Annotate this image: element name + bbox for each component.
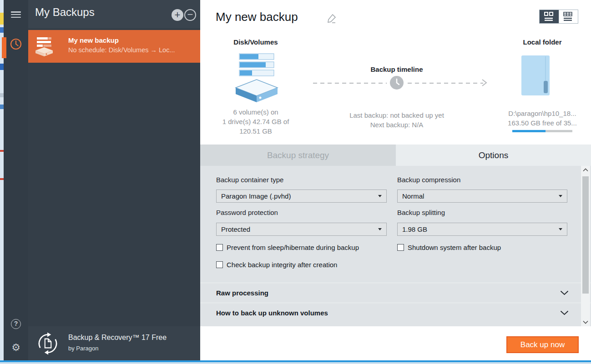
destination-caption-line: D:\paragon\hp10_18... <box>492 109 591 118</box>
tab-bar: Backup strategy Options <box>200 145 591 166</box>
add-backup-button[interactable]: + <box>172 9 183 21</box>
disk-volumes-icon <box>34 35 54 57</box>
main-panel: My new backup <box>200 0 591 360</box>
timeline-caption-line: Next backup: N/A <box>328 120 465 130</box>
timeline-arrow-icon <box>481 79 488 87</box>
desktop-edge-chip <box>0 93 4 97</box>
desktop-edge-chip <box>0 27 4 33</box>
nav-rail: ? ⚙ <box>4 0 28 360</box>
field-label-password: Password protection <box>216 209 278 216</box>
checkbox-icon <box>397 244 404 251</box>
scrollbar[interactable] <box>581 166 590 326</box>
dropdown-arrow-icon <box>378 228 382 230</box>
disk-volumes-big-icon <box>233 53 280 105</box>
splitting-value: 1.98 GB <box>402 225 427 233</box>
desktop-edge-chip <box>0 13 4 25</box>
backup-now-button[interactable]: Back up now <box>506 336 579 353</box>
tile-view-icon <box>543 11 555 22</box>
timeline-caption-line: Last backup: not backed up yet <box>328 110 465 120</box>
scrollbar-thumb[interactable] <box>582 176 589 294</box>
chevron-down-icon[interactable] <box>560 310 569 315</box>
desktop-edge-chip <box>0 105 4 109</box>
action-footer: Back up now <box>200 326 591 360</box>
backup-jobs-icon[interactable] <box>4 36 28 52</box>
chevron-down-icon[interactable] <box>560 290 569 295</box>
source-label: Disk/Volumes <box>210 38 301 46</box>
desktop-edge-chip <box>0 178 4 180</box>
table-view-icon <box>562 11 574 22</box>
tab-options[interactable]: Options <box>396 145 591 166</box>
clock-icon <box>10 38 22 50</box>
destination-caption-line: 163.50 GB free of 35... <box>492 118 591 128</box>
sidebar-header: My Backups + − <box>28 0 200 28</box>
scroll-up-icon[interactable] <box>583 168 588 172</box>
app-window: ? ⚙ My Backups + − My new backup <box>0 0 591 364</box>
backup-item-title: My new backup <box>68 36 119 44</box>
container-type-select[interactable]: Paragon Image (.pvhd) <box>216 189 387 203</box>
settings-button[interactable]: ⚙ <box>4 341 28 354</box>
backups-sidebar: My Backups + − My new backup No schedule… <box>28 0 200 360</box>
checkbox-prevent-sleep[interactable]: Prevent from sleep/hibernate during back… <box>216 243 359 251</box>
table-view-button[interactable] <box>559 10 578 23</box>
desktop-edge-chip <box>0 150 4 152</box>
hamburger-icon <box>11 11 21 18</box>
dropdown-arrow-icon <box>559 195 562 197</box>
dropdown-arrow-icon <box>378 195 382 197</box>
view-toggle <box>539 10 578 24</box>
gear-icon: ⚙ <box>11 342 20 354</box>
section-raw-processing[interactable]: Raw processing <box>200 283 591 303</box>
container-type-value: Paragon Image (.pvhd) <box>221 192 291 200</box>
tile-view-button[interactable] <box>540 10 559 23</box>
field-label-container-type: Backup container type <box>216 176 283 184</box>
local-folder-icon <box>521 55 551 97</box>
edit-title-icon[interactable] <box>327 13 337 23</box>
field-label-splitting: Backup splitting <box>397 209 445 216</box>
password-protection-value: Protected <box>221 225 250 233</box>
help-button[interactable]: ? <box>4 318 28 330</box>
checkbox-check-integrity[interactable]: Check backup integrity after creation <box>216 260 337 269</box>
password-protection-select[interactable]: Protected <box>216 223 387 236</box>
scroll-down-icon[interactable] <box>583 320 588 324</box>
product-byline: by Paragon <box>68 345 99 352</box>
section-label: Raw processing <box>216 289 268 297</box>
timeline-caption: Last backup: not backed up yet Next back… <box>328 110 465 130</box>
folder-usage-bar <box>512 130 572 132</box>
options-panel: Backup container type Backup compression… <box>200 166 591 326</box>
checkbox-label: Prevent from sleep/hibernate during back… <box>227 244 359 251</box>
checkbox-icon <box>216 244 223 251</box>
section-label: How to back up unknown volumes <box>216 309 328 317</box>
product-name: Backup & Recovery™ 17 Free <box>68 334 167 342</box>
field-label-compression: Backup compression <box>397 176 460 184</box>
dropdown-arrow-icon <box>559 228 562 230</box>
sidebar-title: My Backups <box>35 6 95 19</box>
source-caption-line: 1 drive(s) 42.74 GB of <box>206 117 306 126</box>
checkbox-shutdown-after[interactable]: Shutdown system after backup <box>397 243 501 251</box>
source-caption-line: 6 volume(s) on <box>206 107 306 117</box>
remove-backup-button[interactable]: − <box>184 9 196 21</box>
backup-item-subtitle: No schedule: Disk/Volumes → Loc... <box>68 46 175 54</box>
source-caption-line: 120.51 GB <box>206 126 306 136</box>
checkbox-icon <box>216 261 223 268</box>
destination-caption: D:\paragon\hp10_18... 163.50 GB free of … <box>492 109 591 128</box>
tab-backup-strategy[interactable]: Backup strategy <box>200 145 396 166</box>
source-caption: 6 volume(s) on 1 drive(s) 42.74 GB of 12… <box>206 107 306 136</box>
checkbox-label: Check backup integrity after creation <box>227 261 337 269</box>
compression-value: Normal <box>402 192 424 200</box>
timeline-clock-icon <box>390 76 404 90</box>
menu-icon[interactable] <box>4 10 28 19</box>
splitting-select[interactable]: 1.98 GB <box>397 223 567 236</box>
destination-label: Local folder <box>497 38 588 46</box>
folder-usage-fill <box>512 130 546 132</box>
section-unknown-volumes[interactable]: How to back up unknown volumes <box>200 303 591 324</box>
checkbox-label: Shutdown system after backup <box>408 244 501 251</box>
compression-select[interactable]: Normal <box>397 189 567 203</box>
sidebar-footer: Backup & Recovery™ 17 Free by Paragon <box>28 326 200 360</box>
page-title: My new backup <box>216 10 298 24</box>
paragon-logo-icon <box>35 331 60 356</box>
timeline-label: Backup timeline <box>351 65 442 73</box>
backup-list-item[interactable]: My new backup No schedule: Disk/Volumes … <box>28 30 200 63</box>
desktop-edge-chip <box>0 64 4 70</box>
window-border-outer <box>0 362 591 364</box>
help-icon: ? <box>11 319 21 329</box>
